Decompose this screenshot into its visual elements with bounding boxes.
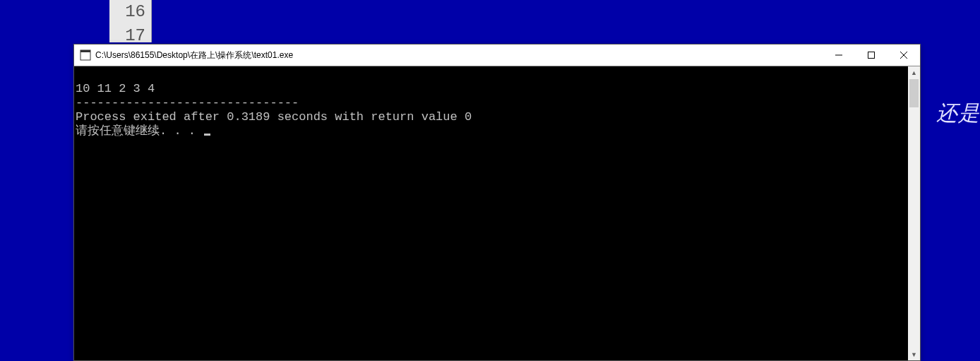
console-body: 10 11 2 3 4-----------------------------… [74,66,920,360]
close-button[interactable] [888,45,920,66]
console-line: 10 11 2 3 4 [76,82,907,96]
window-titlebar[interactable]: C:\Users\86155\Desktop\在路上\操作系统\text01.e… [74,45,920,66]
editor-gutter: 16 17 [109,0,152,42]
code-content: int j1= vecInt.capacity(); //j=512 [152,0,980,42]
text-cursor [204,134,210,136]
console-separator: ------------------------------- [76,96,907,110]
minimize-icon [835,52,842,59]
svg-rect-3 [868,52,875,59]
minimize-button[interactable] [823,45,855,66]
close-icon [900,52,907,59]
console-output[interactable]: 10 11 2 3 4-----------------------------… [74,66,908,360]
maximize-button[interactable] [855,45,888,66]
console-app-icon [80,49,91,61]
maximize-icon [868,52,875,59]
svg-rect-1 [80,50,90,52]
scroll-up-arrow-icon[interactable]: ▲ [908,66,920,78]
console-window: C:\Users\86155\Desktop\在路上\操作系统\text01.e… [73,44,921,361]
window-title: C:\Users\86155\Desktop\在路上\操作系统\text01.e… [95,49,293,61]
scrollbar-thumb[interactable] [909,79,919,107]
console-prompt-line: 请按任意键继续. . . [76,124,907,138]
line-number: 16 [109,0,151,24]
vertical-scrollbar[interactable]: ▲ ▼ [908,66,920,360]
slide-annotation-fragment: 还是 [936,99,980,128]
console-exit-line: Process exited after 0.3189 seconds with… [76,110,907,124]
scroll-down-arrow-icon[interactable]: ▼ [908,348,920,360]
